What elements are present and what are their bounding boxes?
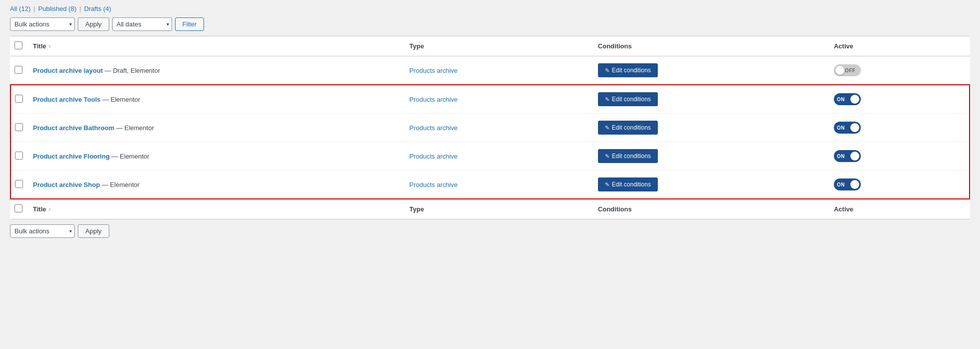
bulk-actions-wrapper-bottom: Bulk actions ▾	[10, 224, 75, 238]
row-checkbox[interactable]	[15, 152, 23, 160]
table-header-top: Title ↕ Type Conditions Active	[10, 36, 970, 56]
select-all-checkbox-top[interactable]	[14, 41, 22, 49]
row-title-suffix: — Elementor	[110, 153, 149, 160]
all-dates-select[interactable]: All dates	[112, 17, 172, 31]
row-title-suffix: — Draft, Elementor	[103, 67, 160, 74]
header-checkbox-col-bottom	[10, 199, 27, 219]
pencil-icon: ✎	[605, 67, 609, 74]
header-type: Type	[403, 36, 592, 56]
toggle-label: ON	[837, 154, 845, 159]
row-type-link[interactable]: Products archive	[409, 181, 458, 188]
edit-conditions-button[interactable]: ✎ Edit conditions	[598, 121, 658, 135]
table-row: Product archive Tools — ElementorProduct…	[10, 85, 970, 114]
row-checkbox[interactable]	[14, 66, 22, 74]
row-checkbox[interactable]	[15, 95, 23, 103]
title-sort-icon[interactable]: ↕	[49, 43, 51, 49]
status-drafts[interactable]: Drafts (4)	[84, 5, 111, 12]
bulk-actions-wrapper-top: Bulk actions ▾	[10, 17, 75, 31]
toolbar-bottom: Bulk actions ▾ Apply	[10, 224, 970, 238]
row-type-link[interactable]: Products archive	[409, 67, 458, 74]
toggle-label: ON	[837, 182, 845, 187]
row-title-suffix: — Elementor	[100, 181, 139, 188]
toggle-knob	[850, 180, 859, 189]
row-type-link[interactable]: Products archive	[409, 96, 458, 103]
edit-conditions-button[interactable]: ✎ Edit conditions	[598, 177, 658, 191]
toggle-label: ON	[837, 125, 845, 131]
header-conditions-bottom: Conditions	[592, 199, 828, 219]
row-title-suffix: — Elementor	[101, 96, 140, 103]
table-header-bottom: Title ↕ Type Conditions Active	[10, 199, 970, 219]
edit-conditions-button[interactable]: ✎ Edit conditions	[598, 63, 658, 77]
edit-conditions-button[interactable]: ✎ Edit conditions	[598, 92, 658, 106]
pencil-icon: ✎	[605, 153, 609, 160]
active-toggle[interactable]: ON	[834, 93, 861, 105]
row-type-link[interactable]: Products archive	[409, 153, 458, 160]
apply-button-top[interactable]: Apply	[78, 17, 109, 31]
row-title-link[interactable]: Product archive Flooring	[33, 153, 110, 160]
status-published[interactable]: Published (8)	[38, 5, 77, 12]
toolbar-top: Bulk actions ▾ Apply All dates ▾ Filter	[10, 17, 970, 31]
all-dates-wrapper: All dates ▾	[112, 17, 172, 31]
status-links: All (12) | Published (8) | Drafts (4)	[10, 5, 970, 12]
pencil-icon: ✎	[605, 181, 609, 188]
pencil-icon: ✎	[605, 96, 609, 103]
active-toggle[interactable]: ON	[834, 122, 861, 134]
apply-button-bottom[interactable]: Apply	[78, 224, 109, 238]
row-type-link[interactable]: Products archive	[409, 124, 458, 132]
page-wrapper: All (12) | Published (8) | Drafts (4) Bu…	[0, 0, 980, 248]
table-row: Product archive Bathroom — ElementorProd…	[10, 114, 970, 142]
header-checkbox-col	[10, 36, 27, 56]
toggle-knob	[850, 95, 859, 104]
active-toggle[interactable]: OFF	[834, 64, 861, 76]
select-all-checkbox-bottom[interactable]	[14, 204, 22, 212]
header-active: Active	[828, 36, 970, 56]
row-title-link[interactable]: Product archive Tools	[33, 96, 101, 103]
active-toggle[interactable]: ON	[834, 178, 861, 190]
header-title-bottom: Title ↕	[27, 199, 403, 219]
title-sort-icon-bottom[interactable]: ↕	[49, 206, 51, 212]
row-title-link[interactable]: Product archive Bathroom	[33, 124, 114, 132]
bulk-actions-select-top[interactable]: Bulk actions	[10, 17, 75, 31]
table-row: Product archive layout — Draft, Elemento…	[10, 56, 970, 85]
toggle-knob	[850, 152, 859, 161]
table-row: Product archive Flooring — ElementorProd…	[10, 142, 970, 171]
bulk-actions-select-bottom[interactable]: Bulk actions	[10, 224, 75, 238]
main-table: Title ↕ Type Conditions Active Product a…	[10, 36, 970, 219]
table-row: Product archive Shop — ElementorProducts…	[10, 171, 970, 199]
row-title-link[interactable]: Product archive layout	[33, 67, 103, 74]
row-checkbox[interactable]	[15, 180, 23, 188]
header-conditions: Conditions	[592, 36, 828, 56]
status-all[interactable]: All (12)	[10, 5, 30, 12]
header-title: Title ↕	[27, 36, 403, 56]
header-type-bottom: Type	[403, 199, 592, 219]
filter-button[interactable]: Filter	[175, 17, 204, 31]
active-toggle[interactable]: ON	[834, 150, 861, 162]
toggle-label: ON	[837, 97, 845, 102]
header-active-bottom: Active	[828, 199, 970, 219]
row-checkbox[interactable]	[15, 123, 23, 131]
row-title-suffix: — Elementor	[114, 124, 154, 132]
toggle-label: OFF	[845, 68, 856, 73]
row-title-link[interactable]: Product archive Shop	[33, 181, 100, 188]
toggle-knob	[835, 66, 844, 75]
toggle-knob	[850, 123, 859, 132]
edit-conditions-button[interactable]: ✎ Edit conditions	[598, 149, 658, 163]
pencil-icon: ✎	[605, 125, 609, 131]
